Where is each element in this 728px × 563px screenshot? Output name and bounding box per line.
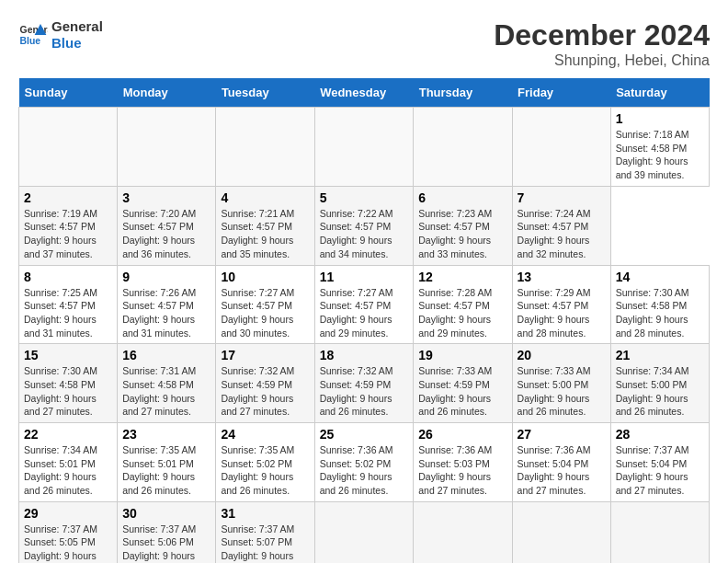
calendar-week-row: 2 Sunrise: 7:19 AM Sunset: 4:57 PM Dayli… <box>19 186 710 265</box>
day-info: Sunrise: 7:35 AM Sunset: 5:01 PM Dayligh… <box>122 443 210 498</box>
column-header-tuesday: Tuesday <box>216 78 314 108</box>
day-info: Sunrise: 7:26 AM Sunset: 4:57 PM Dayligh… <box>122 286 210 340</box>
day-info: Sunrise: 7:23 AM Sunset: 4:57 PM Dayligh… <box>418 207 506 261</box>
calendar-cell: 21 Sunrise: 7:34 AM Sunset: 5:00 PM Dayl… <box>610 344 709 423</box>
calendar-cell-empty <box>216 108 314 187</box>
calendar-table: SundayMondayTuesdayWednesdayThursdayFrid… <box>18 78 710 563</box>
calendar-cell: 24 Sunrise: 7:35 AM Sunset: 5:02 PM Dayl… <box>216 423 314 502</box>
day-info: Sunrise: 7:22 AM Sunset: 4:57 PM Dayligh… <box>320 207 409 261</box>
calendar-cell: 18 Sunrise: 7:32 AM Sunset: 4:59 PM Dayl… <box>314 344 414 423</box>
day-number: 14 <box>616 270 704 284</box>
title-area: December 2024 Shunping, Hebei, China <box>494 18 710 69</box>
day-info: Sunrise: 7:34 AM Sunset: 5:01 PM Dayligh… <box>24 443 112 498</box>
day-info: Sunrise: 7:18 AM Sunset: 4:58 PM Dayligh… <box>616 128 704 182</box>
calendar-cell: 23 Sunrise: 7:35 AM Sunset: 5:01 PM Dayl… <box>118 423 216 502</box>
day-info: Sunrise: 7:30 AM Sunset: 4:58 PM Dayligh… <box>24 364 112 419</box>
day-info: Sunrise: 7:28 AM Sunset: 4:57 PM Dayligh… <box>418 286 506 340</box>
column-header-friday: Friday <box>512 78 610 108</box>
day-number: 22 <box>24 427 112 442</box>
calendar-cell: 12 Sunrise: 7:28 AM Sunset: 4:57 PM Dayl… <box>414 265 512 344</box>
day-info: Sunrise: 7:19 AM Sunset: 4:57 PM Dayligh… <box>24 207 112 261</box>
calendar-cell: 27 Sunrise: 7:36 AM Sunset: 5:04 PM Dayl… <box>512 423 610 502</box>
calendar-cell-empty <box>610 501 709 563</box>
calendar-cell: 29 Sunrise: 7:37 AM Sunset: 5:05 PM Dayl… <box>19 501 118 563</box>
day-number: 30 <box>122 506 210 521</box>
calendar-cell: 7 Sunrise: 7:24 AM Sunset: 4:57 PM Dayli… <box>512 186 610 265</box>
calendar-cell-empty <box>414 108 512 187</box>
calendar-cell: 11 Sunrise: 7:27 AM Sunset: 4:57 PM Dayl… <box>314 265 414 344</box>
calendar-week-row: 29 Sunrise: 7:37 AM Sunset: 5:05 PM Dayl… <box>19 501 710 563</box>
day-info: Sunrise: 7:20 AM Sunset: 4:57 PM Dayligh… <box>122 207 210 261</box>
column-header-thursday: Thursday <box>414 78 512 108</box>
day-info: Sunrise: 7:37 AM Sunset: 5:04 PM Dayligh… <box>616 443 704 498</box>
calendar-cell-empty <box>512 108 610 187</box>
day-info: Sunrise: 7:33 AM Sunset: 4:59 PM Dayligh… <box>418 364 506 419</box>
calendar-cell: 4 Sunrise: 7:21 AM Sunset: 4:57 PM Dayli… <box>216 186 314 265</box>
calendar-cell: 19 Sunrise: 7:33 AM Sunset: 4:59 PM Dayl… <box>414 344 512 423</box>
calendar-cell: 28 Sunrise: 7:37 AM Sunset: 5:04 PM Dayl… <box>610 423 709 502</box>
svg-text:Blue: Blue <box>20 36 41 46</box>
calendar-cell-empty <box>314 501 414 563</box>
day-info: Sunrise: 7:37 AM Sunset: 5:05 PM Dayligh… <box>24 523 112 563</box>
day-number: 28 <box>616 427 704 442</box>
day-number: 13 <box>518 270 606 284</box>
day-number: 10 <box>221 270 309 284</box>
day-number: 23 <box>122 427 210 442</box>
day-number: 2 <box>24 190 112 205</box>
calendar-week-row: 22 Sunrise: 7:34 AM Sunset: 5:01 PM Dayl… <box>19 423 710 502</box>
calendar-cell-empty <box>414 501 512 563</box>
day-number: 15 <box>24 348 112 362</box>
calendar-cell: 30 Sunrise: 7:37 AM Sunset: 5:06 PM Dayl… <box>118 501 216 563</box>
day-number: 21 <box>616 348 704 362</box>
day-number: 26 <box>418 427 506 442</box>
calendar-cell: 9 Sunrise: 7:26 AM Sunset: 4:57 PM Dayli… <box>118 265 216 344</box>
day-number: 19 <box>418 348 506 362</box>
day-number: 8 <box>24 270 112 284</box>
day-info: Sunrise: 7:21 AM Sunset: 4:57 PM Dayligh… <box>221 207 309 261</box>
location-title: Shunping, Hebei, China <box>494 52 710 69</box>
calendar-cell-empty <box>19 108 118 187</box>
day-info: Sunrise: 7:37 AM Sunset: 5:06 PM Dayligh… <box>122 523 210 563</box>
day-number: 11 <box>320 270 409 284</box>
calendar-cell-empty <box>512 501 610 563</box>
day-number: 3 <box>122 190 210 205</box>
day-info: Sunrise: 7:29 AM Sunset: 4:57 PM Dayligh… <box>518 286 606 340</box>
day-number: 7 <box>518 190 606 205</box>
logo-icon: General Blue <box>18 20 48 50</box>
day-info: Sunrise: 7:27 AM Sunset: 4:57 PM Dayligh… <box>320 286 409 340</box>
day-number: 5 <box>320 190 409 205</box>
calendar-week-row: 1 Sunrise: 7:18 AM Sunset: 4:58 PM Dayli… <box>19 108 710 187</box>
day-number: 6 <box>418 190 506 205</box>
day-info: Sunrise: 7:25 AM Sunset: 4:57 PM Dayligh… <box>24 286 112 340</box>
day-number: 9 <box>122 270 210 284</box>
calendar-cell: 6 Sunrise: 7:23 AM Sunset: 4:57 PM Dayli… <box>414 186 512 265</box>
calendar-cell: 26 Sunrise: 7:36 AM Sunset: 5:03 PM Dayl… <box>414 423 512 502</box>
day-number: 16 <box>122 348 210 362</box>
calendar-cell: 8 Sunrise: 7:25 AM Sunset: 4:57 PM Dayli… <box>19 265 118 344</box>
day-number: 29 <box>24 506 112 521</box>
calendar-cell: 22 Sunrise: 7:34 AM Sunset: 5:01 PM Dayl… <box>19 423 118 502</box>
column-header-saturday: Saturday <box>610 78 709 108</box>
day-number: 25 <box>320 427 409 442</box>
column-header-monday: Monday <box>118 78 216 108</box>
calendar-header-row: SundayMondayTuesdayWednesdayThursdayFrid… <box>19 78 710 108</box>
calendar-cell-empty <box>118 108 216 187</box>
calendar-cell: 14 Sunrise: 7:30 AM Sunset: 4:58 PM Dayl… <box>610 265 709 344</box>
logo-text-general: General <box>51 18 103 35</box>
calendar-week-row: 15 Sunrise: 7:30 AM Sunset: 4:58 PM Dayl… <box>19 344 710 423</box>
day-number: 27 <box>518 427 606 442</box>
day-info: Sunrise: 7:24 AM Sunset: 4:57 PM Dayligh… <box>518 207 606 261</box>
logo: General Blue General Blue <box>18 18 103 52</box>
day-number: 24 <box>221 427 309 442</box>
day-info: Sunrise: 7:37 AM Sunset: 5:07 PM Dayligh… <box>221 523 309 563</box>
day-info: Sunrise: 7:36 AM Sunset: 5:04 PM Dayligh… <box>518 443 606 498</box>
day-info: Sunrise: 7:31 AM Sunset: 4:58 PM Dayligh… <box>122 364 210 419</box>
calendar-cell: 20 Sunrise: 7:33 AM Sunset: 5:00 PM Dayl… <box>512 344 610 423</box>
day-number: 1 <box>616 111 704 126</box>
logo-text-blue: Blue <box>51 35 103 52</box>
day-number: 17 <box>221 348 309 362</box>
calendar-week-row: 8 Sunrise: 7:25 AM Sunset: 4:57 PM Dayli… <box>19 265 710 344</box>
calendar-cell: 16 Sunrise: 7:31 AM Sunset: 4:58 PM Dayl… <box>118 344 216 423</box>
calendar-cell: 5 Sunrise: 7:22 AM Sunset: 4:57 PM Dayli… <box>314 186 414 265</box>
calendar-cell: 17 Sunrise: 7:32 AM Sunset: 4:59 PM Dayl… <box>216 344 314 423</box>
